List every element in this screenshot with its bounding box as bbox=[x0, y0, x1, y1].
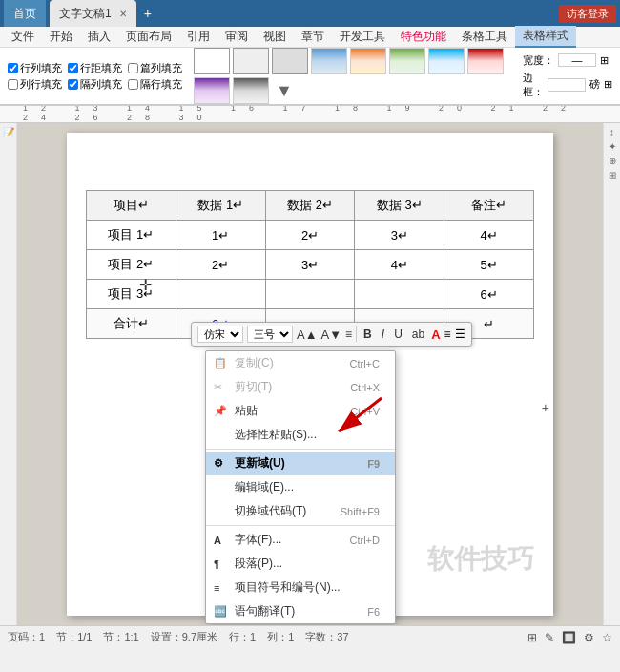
ctx-copy[interactable]: 📋 复制(C) Ctrl+C bbox=[206, 351, 395, 375]
border-width-input[interactable]: 0.5 bbox=[548, 78, 586, 92]
new-tab-button[interactable]: + bbox=[136, 4, 159, 23]
ctx-paste[interactable]: 📌 粘贴 Ctrl+V bbox=[206, 399, 395, 423]
menu-table-style[interactable]: 表格样式 bbox=[515, 26, 576, 48]
cell-row2-d1[interactable]: 2↵ bbox=[176, 250, 265, 280]
document-table: 项目↵ 数据 1↵ 数据 2↵ 数据 3↵ 备注↵ 项目 1↵ 1↵ 2↵ 3↵… bbox=[86, 190, 534, 339]
menu-section[interactable]: 章节 bbox=[294, 27, 332, 47]
style-purple[interactable] bbox=[194, 77, 230, 104]
cell-total-label[interactable]: 合计↵ bbox=[87, 309, 176, 339]
fill-alt-col[interactable]: 隔列填充 bbox=[68, 77, 122, 92]
paragraph-icon: ¶ bbox=[214, 558, 219, 570]
sidebar-zoom-icon[interactable]: ↕ bbox=[610, 127, 614, 137]
cell-row1-d3[interactable]: 3↵ bbox=[355, 220, 444, 250]
font-select[interactable]: 仿宋 bbox=[197, 326, 243, 343]
menu-special[interactable]: 特色功能 bbox=[393, 27, 454, 47]
style-plain-2[interactable] bbox=[233, 48, 269, 74]
cell-row1-note[interactable]: 4↵ bbox=[444, 220, 534, 250]
style-red[interactable] bbox=[467, 48, 504, 74]
sidebar-left-icon: 📝 bbox=[3, 127, 14, 137]
cell-row3-note[interactable]: 6↵ bbox=[444, 280, 534, 309]
menu-insert[interactable]: 插入 bbox=[80, 27, 118, 47]
cell-row2-d3[interactable]: 4↵ bbox=[355, 250, 444, 280]
status-icon-3[interactable]: 🔲 bbox=[562, 631, 576, 644]
fill-col-article[interactable]: 篇列填充 bbox=[128, 61, 182, 75]
align-button[interactable]: ≡ bbox=[444, 327, 451, 341]
style-teal[interactable] bbox=[428, 48, 465, 74]
menu-grid[interactable]: 条格工具 bbox=[454, 27, 515, 47]
ctx-font[interactable]: A 字体(F)... Ctrl+D bbox=[206, 528, 395, 552]
login-button[interactable]: 访客登录 bbox=[559, 5, 616, 23]
ctx-update-field[interactable]: ⚙ 更新域(U) F9 bbox=[206, 452, 395, 475]
cell-row3-d3[interactable] bbox=[355, 280, 444, 309]
sidebar-star-icon[interactable]: ✦ bbox=[609, 141, 616, 152]
font-grow-icon[interactable]: A▲ bbox=[297, 327, 318, 342]
cell-row3-d2[interactable] bbox=[265, 280, 355, 309]
font-shrink-icon[interactable]: A▼ bbox=[321, 327, 342, 342]
highlight-button[interactable]: ☰ bbox=[455, 327, 465, 341]
ctx-toggle-field-code[interactable]: 切换域代码(T) Shift+F9 bbox=[206, 499, 395, 523]
cell-row1-d2[interactable]: 2↵ bbox=[265, 220, 355, 250]
ctx-translate[interactable]: 🔤 语句翻译(T) F6 bbox=[206, 599, 395, 623]
title-right-area: 访客登录 bbox=[559, 5, 616, 23]
sidebar-grid-icon[interactable]: ⊞ bbox=[609, 170, 616, 180]
bold-button[interactable]: B bbox=[361, 326, 375, 342]
cell-row1-d1[interactable]: 1↵ bbox=[176, 220, 265, 250]
fill-row-col[interactable]: 行列填充 bbox=[8, 61, 62, 75]
ctx-bullets[interactable]: ≡ 项目符号和编号(N)... bbox=[206, 576, 395, 599]
home-tab[interactable]: 首页 bbox=[4, 0, 46, 27]
cell-row3-item[interactable]: 项目 3↵ bbox=[87, 280, 176, 309]
table-header-row: 项目↵ 数据 1↵ 数据 2↵ 数据 3↵ 备注↵ bbox=[87, 191, 534, 220]
width-expand-icon[interactable]: ⊞ bbox=[600, 54, 609, 67]
style-blue[interactable] bbox=[311, 48, 347, 74]
status-icon-2[interactable]: ✎ bbox=[545, 631, 554, 644]
cell-row2-d2[interactable]: 3↵ bbox=[265, 250, 355, 280]
ctx-edit-field[interactable]: 编辑域(E)... bbox=[206, 475, 395, 499]
status-icon-1[interactable]: ⊞ bbox=[527, 631, 537, 644]
menu-layout[interactable]: 页面布局 bbox=[118, 27, 179, 47]
scroll-up-icon[interactable]: + bbox=[542, 400, 549, 415]
cell-row3-d1[interactable] bbox=[176, 280, 265, 309]
ctx-paragraph[interactable]: ¶ 段落(P)... bbox=[206, 552, 395, 576]
width-input[interactable] bbox=[558, 53, 596, 67]
list-icon[interactable]: ≡ bbox=[345, 327, 352, 341]
sidebar-add-icon[interactable]: ⊕ bbox=[609, 156, 616, 166]
menu-home[interactable]: 开始 bbox=[42, 27, 80, 47]
italic-button[interactable]: I bbox=[379, 326, 387, 342]
strikethrough-button[interactable]: ab bbox=[409, 326, 427, 342]
menu-dev[interactable]: 开发工具 bbox=[332, 27, 393, 47]
menu-ref[interactable]: 引用 bbox=[179, 27, 217, 47]
style-plain-3[interactable] bbox=[272, 48, 308, 74]
status-position: 节：1:1 bbox=[103, 630, 138, 644]
status-icon-4[interactable]: ⚙ bbox=[584, 631, 594, 644]
style-plain-1[interactable] bbox=[194, 48, 230, 74]
style-gray[interactable] bbox=[233, 77, 269, 104]
menu-view[interactable]: 视图 bbox=[256, 27, 294, 47]
menu-review[interactable]: 审阅 bbox=[217, 27, 256, 47]
close-doc-icon[interactable]: ✕ bbox=[119, 9, 127, 19]
fill-row-space[interactable]: 行距填充 bbox=[68, 61, 122, 75]
style-orange[interactable] bbox=[350, 48, 386, 74]
ctx-paste-special[interactable]: 选择性粘贴(S)... bbox=[206, 423, 395, 447]
border-setting: 边框： 0.5 磅 ⊞ bbox=[523, 71, 612, 99]
font-size-select[interactable]: 三号 bbox=[247, 326, 293, 343]
cell-row1-item[interactable]: 项目 1↵ bbox=[87, 220, 176, 250]
status-icon-5[interactable]: ☆ bbox=[602, 631, 612, 644]
cursor-move-icon: ✛ bbox=[139, 276, 152, 294]
toolbar-area: 行列填充 行距填充 篇列填充 列行填充 隔列填充 隔行填充 ▼ bbox=[0, 48, 620, 106]
fill-col-row[interactable]: 列行填充 bbox=[8, 77, 62, 92]
more-styles-button[interactable]: ▼ bbox=[272, 81, 297, 101]
fill-alt-row[interactable]: 隔行填充 bbox=[128, 77, 182, 92]
document-area[interactable]: ✛ 项目↵ 数据 1↵ 数据 2↵ 数据 3↵ 备注↵ 项目 1↵ 1↵ bbox=[17, 123, 603, 625]
font-color-button[interactable]: A bbox=[431, 327, 440, 342]
ruler: -4 -3 -1 1 2 3 4 5 6 7 8 9 10 11 12 13 1… bbox=[0, 106, 620, 123]
paste-icon: 📌 bbox=[214, 405, 227, 417]
cell-row2-item[interactable]: 项目 2↵ bbox=[87, 250, 176, 280]
style-green[interactable] bbox=[389, 48, 425, 74]
cell-row2-note[interactable]: 5↵ bbox=[444, 250, 534, 280]
bullets-icon: ≡ bbox=[214, 582, 219, 594]
doc-tab[interactable]: 文字文稿1 ✕ bbox=[50, 0, 136, 27]
menu-file[interactable]: 文件 bbox=[4, 27, 42, 47]
underline-button[interactable]: U bbox=[391, 326, 405, 342]
ctx-cut[interactable]: ✂ 剪切(T) Ctrl+X bbox=[206, 375, 395, 399]
border-expand-icon[interactable]: ⊞ bbox=[604, 78, 612, 91]
